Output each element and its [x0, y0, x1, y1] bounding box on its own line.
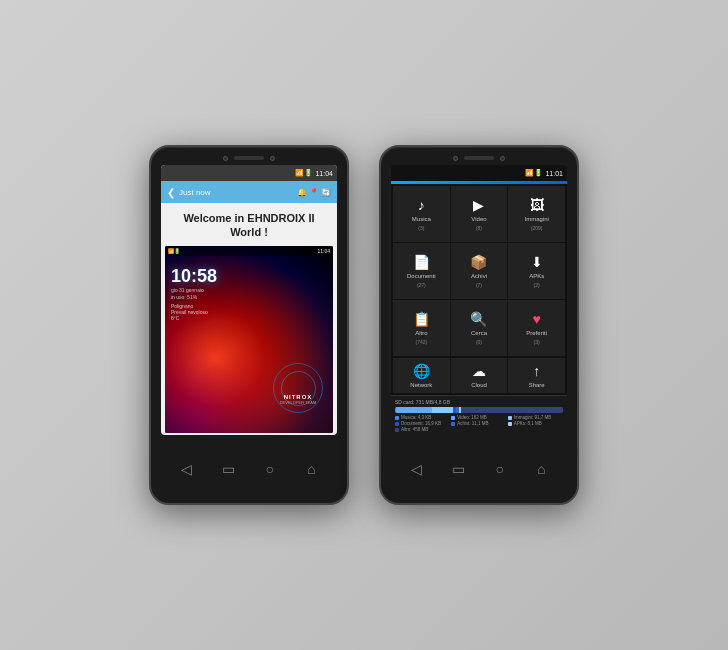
- grid-icon-musica: ♪: [418, 197, 425, 213]
- nitrox-brand: NITROX DEVELOPER TEAM: [268, 394, 328, 405]
- legend-item: Immagini: 91,7 MB: [508, 415, 563, 420]
- search-btn-left[interactable]: ○: [261, 462, 279, 476]
- grid-count-musica: (3): [418, 225, 424, 231]
- bottom-item-cloud[interactable]: ☁ Cloud: [451, 358, 508, 393]
- grid-icon-immagini: 🖼: [530, 197, 544, 213]
- phone-right-top: [381, 147, 577, 165]
- grid-count-documenti: (27): [417, 282, 426, 288]
- welcome-text: Welcome in EHNDROIX II World !: [161, 203, 337, 244]
- phone-left: 📶🔋 11:04 ❮ Just now 🔔 📍 🔄 Welcome in EHN…: [149, 145, 349, 505]
- legend-item: Documenti: 16,9 KB: [395, 421, 450, 426]
- status-icons-left: 📶🔋: [295, 169, 313, 177]
- menu-btn-right[interactable]: ▭: [449, 462, 467, 476]
- grid-icon-preferiti: ♥: [533, 311, 541, 327]
- screen-left: 📶🔋 11:04 ❮ Just now 🔔 📍 🔄 Welcome in EHN…: [161, 165, 337, 435]
- grid-icon-video: ▶: [473, 197, 484, 213]
- grid-count-altro: (742): [415, 339, 427, 345]
- time-left: 11:04: [315, 170, 333, 177]
- time-right: 11:01: [545, 170, 563, 177]
- bottom-icon-network: 🌐: [413, 363, 430, 379]
- camera-right: [453, 156, 458, 161]
- grid-label-apks: APKs: [529, 273, 544, 279]
- back-btn-right[interactable]: ◁: [408, 462, 426, 476]
- screen-right: 📶🔋 11:01 ♪ Musica (3)▶ Video (8)🖼 Immagi…: [391, 165, 567, 435]
- grid-item-cerca[interactable]: 🔍 Cerca (0): [451, 300, 508, 356]
- sensor-right: [500, 156, 505, 161]
- grid-count-apks: (2): [534, 282, 540, 288]
- sd-legend: Musica: 4,3 KBVideo: 162 MBImmagini: 91,…: [395, 415, 563, 432]
- menu-btn-left[interactable]: ▭: [219, 462, 237, 476]
- grid-icon-cerca: 🔍: [470, 311, 487, 327]
- legend-item: Altro: 458 MB: [395, 427, 450, 432]
- grid-item-altro[interactable]: 📋 Altro (742): [393, 300, 450, 356]
- notif-icons: 🔔 📍 🔄: [297, 188, 331, 197]
- grid-item-documenti[interactable]: 📄 Documenti (27): [393, 243, 450, 299]
- bottom-item-share[interactable]: ↑ Share: [508, 358, 565, 393]
- sensor-left: [270, 156, 275, 161]
- back-arrow-left[interactable]: ❮: [167, 187, 175, 198]
- clock-time: 10:58: [171, 266, 217, 287]
- right-screen-content: 📶🔋 11:01 ♪ Musica (3)▶ Video (8)🖼 Immagi…: [391, 165, 567, 435]
- grid-label-documenti: Documenti: [407, 273, 436, 279]
- grid-label-musica: Musica: [412, 216, 431, 222]
- left-screen-content: 📶🔋 11:04 ❮ Just now 🔔 📍 🔄 Welcome in EHN…: [161, 165, 337, 435]
- legend-item: Achivi: 11,1 MB: [451, 421, 506, 426]
- grid-count-immagini: (209): [531, 225, 543, 231]
- screenshot-inner: 📶🔋 11:04 10:58 gio 31 gennaio in uso: 51…: [165, 246, 333, 433]
- mini-icons: 📶🔋: [168, 248, 180, 254]
- weather-info: Polignano Prevail nevoloso 8°C: [171, 303, 208, 321]
- grid-label-cerca: Cerca: [471, 330, 487, 336]
- grid-label-achivi: Achivi: [471, 273, 487, 279]
- bottom-icon-cloud: ☁: [472, 363, 486, 379]
- bottom-icon-share: ↑: [533, 363, 540, 379]
- phone-left-top: [151, 147, 347, 165]
- camera-left: [223, 156, 228, 161]
- sd-bar: [395, 407, 563, 413]
- phone-left-bottom: ◁ ▭ ○ ⌂: [151, 435, 347, 503]
- sd-video: [396, 407, 432, 413]
- notification-bar: ❮ Just now 🔔 📍 🔄: [161, 181, 337, 203]
- legend-item: APKs: 8,1 MB: [508, 421, 563, 426]
- wallpaper: 📶🔋 11:04 10:58 gio 31 gennaio in uso: 51…: [165, 246, 333, 433]
- grid-icon-apks: ⬇: [531, 254, 543, 270]
- mini-time: 11:04: [317, 248, 330, 254]
- bottom-label-cloud: Cloud: [471, 382, 487, 388]
- sd-other: [461, 407, 563, 413]
- speaker-right: [464, 156, 494, 160]
- grid-item-immagini[interactable]: 🖼 Immagini (209): [508, 186, 565, 242]
- scene: 📶🔋 11:04 ❮ Just now 🔔 📍 🔄 Welcome in EHN…: [0, 0, 728, 650]
- grid-label-video: Video: [471, 216, 486, 222]
- legend-item: Video: 162 MB: [451, 415, 506, 420]
- search-btn-right[interactable]: ○: [491, 462, 509, 476]
- back-btn-left[interactable]: ◁: [178, 462, 196, 476]
- grid-count-achivi: (7): [476, 282, 482, 288]
- grid-label-immagini: Immagini: [524, 216, 548, 222]
- home-btn-right[interactable]: ⌂: [532, 462, 550, 476]
- grid-icon-altro: 📋: [413, 311, 430, 327]
- grid-icon-documenti: 📄: [413, 254, 430, 270]
- notif-time: Just now: [179, 188, 293, 197]
- clock-date: gio 31 gennaio in uso: 51%: [171, 287, 204, 301]
- grid-count-video: (8): [476, 225, 482, 231]
- bottom-label-network: Network: [410, 382, 432, 388]
- mini-status-bar: 📶🔋 11:04: [165, 246, 333, 256]
- grid-item-preferiti[interactable]: ♥ Preferiti (3): [508, 300, 565, 356]
- grid-label-preferiti: Preferiti: [526, 330, 547, 336]
- bottom-row: 🌐 Network☁ Cloud↑ Share: [391, 358, 567, 395]
- grid-item-musica[interactable]: ♪ Musica (3): [393, 186, 450, 242]
- grid-count-cerca: (0): [476, 339, 482, 345]
- grid-item-apks[interactable]: ⬇ APKs (2): [508, 243, 565, 299]
- sd-label: SD card: 731 MB/4,8 GB: [395, 399, 563, 405]
- grid-item-achivi[interactable]: 📦 Achivi (7): [451, 243, 508, 299]
- file-grid: ♪ Musica (3)▶ Video (8)🖼 Immagini (209)📄…: [391, 184, 567, 358]
- home-btn-left[interactable]: ⌂: [302, 462, 320, 476]
- status-bar-left: 📶🔋 11:04: [161, 165, 337, 181]
- grid-label-altro: Altro: [415, 330, 427, 336]
- bottom-item-network[interactable]: 🌐 Network: [393, 358, 450, 393]
- phone-right-bottom: ◁ ▭ ○ ⌂: [381, 435, 577, 503]
- sd-card-bar: SD card: 731 MB/4,8 GB Musica: 4,3 KBVid…: [391, 395, 567, 435]
- speaker-left: [234, 156, 264, 160]
- legend-item: Musica: 4,3 KB: [395, 415, 450, 420]
- grid-item-video[interactable]: ▶ Video (8): [451, 186, 508, 242]
- phone-right: 📶🔋 11:01 ♪ Musica (3)▶ Video (8)🖼 Immagi…: [379, 145, 579, 505]
